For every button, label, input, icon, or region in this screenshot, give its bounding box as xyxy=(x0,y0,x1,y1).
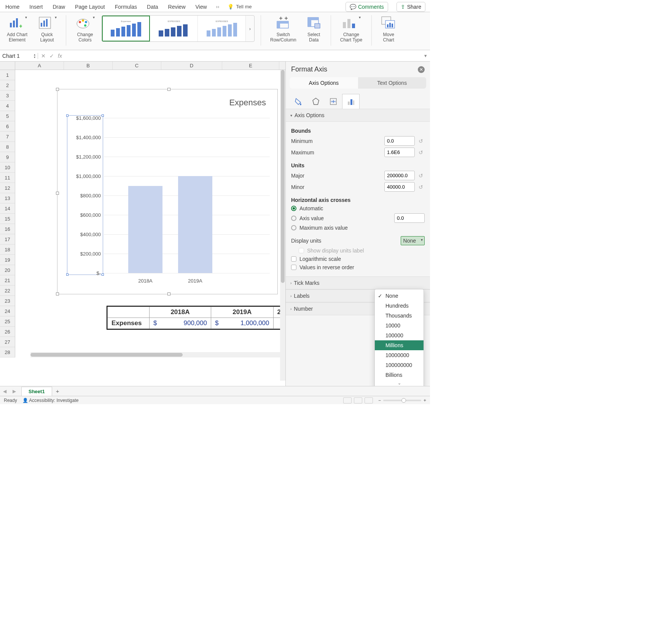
horizontal-scrollbar[interactable] xyxy=(30,352,285,357)
tab-view[interactable]: View xyxy=(195,2,208,11)
worksheet-area[interactable]: A B C D E 123456789101112131415161718192… xyxy=(0,62,285,386)
row-header[interactable]: 5 xyxy=(0,111,15,121)
zoom-out-icon[interactable]: − xyxy=(378,398,381,403)
gallery-next-icon[interactable]: › xyxy=(246,16,254,41)
view-page-layout-icon[interactable] xyxy=(354,397,362,403)
dropdown-option[interactable]: 10000 xyxy=(375,321,424,330)
share-button[interactable]: ⇪ Share xyxy=(397,2,425,12)
row-header[interactable]: 11 xyxy=(0,173,15,183)
maximum-input[interactable] xyxy=(384,148,415,157)
name-box-stepper-icon[interactable]: ▴▾ xyxy=(34,53,35,59)
row-header[interactable]: 15 xyxy=(0,214,15,224)
tab-home[interactable]: Home xyxy=(5,2,20,11)
select-data-button[interactable]: Select Data xyxy=(303,15,325,43)
row-header[interactable]: 17 xyxy=(0,234,15,245)
chart-style-2[interactable]: EXPENSES xyxy=(150,16,198,41)
row-header[interactable]: 21 xyxy=(0,275,15,286)
switch-row-column-button[interactable]: Switch Row/Column xyxy=(267,15,299,43)
row-header[interactable]: 6 xyxy=(0,121,15,132)
change-chart-type-button[interactable]: ▾ Change Chart Type xyxy=(337,15,365,43)
row-header[interactable]: 7 xyxy=(0,132,15,142)
tab-review[interactable]: Review xyxy=(167,2,186,11)
axis-value-input[interactable] xyxy=(394,213,425,223)
dropdown-option[interactable]: Millions xyxy=(375,340,424,350)
cells-area[interactable]: Expenses $1,600,000$1,400,000$1,200,000$… xyxy=(15,70,285,357)
view-normal-icon[interactable] xyxy=(343,397,352,403)
cell-value-2018[interactable]: 900,000 xyxy=(161,318,211,329)
dropdown-option[interactable]: Thousands xyxy=(375,311,424,321)
section-axis-options[interactable]: ▾ Axis Options xyxy=(286,109,430,122)
fx-icon[interactable]: fx xyxy=(58,53,62,59)
col-header-e[interactable]: E xyxy=(222,62,279,70)
plot-area[interactable]: $1,600,000$1,400,000$1,200,000$1,000,000… xyxy=(104,118,270,273)
row-header[interactable]: 19 xyxy=(0,255,15,265)
row-header[interactable]: 3 xyxy=(0,91,15,101)
more-tabs-icon[interactable]: ›› xyxy=(216,4,220,10)
resize-handle[interactable] xyxy=(167,292,170,295)
row-header[interactable]: 28 xyxy=(0,347,15,357)
dropdown-option[interactable]: 100000 xyxy=(375,330,424,340)
chart-style-3[interactable]: EXPENSES xyxy=(198,16,246,41)
row-header[interactable]: 27 xyxy=(0,337,15,347)
table-header-empty[interactable] xyxy=(108,307,150,318)
select-all-corner[interactable] xyxy=(0,62,15,70)
cell-value-2019[interactable]: 1,000,000 xyxy=(222,318,273,329)
add-chart-element-button[interactable]: + ▾ Add Chart Element xyxy=(4,15,30,43)
display-units-select[interactable]: None xyxy=(401,236,425,245)
log-scale-checkbox[interactable]: Logarithmic scale xyxy=(291,256,425,262)
dropdown-option[interactable]: 10000000 xyxy=(375,350,424,360)
row-header[interactable]: 12 xyxy=(0,183,15,193)
reset-icon[interactable]: ↺ xyxy=(417,183,425,191)
quick-layout-button[interactable]: ▾ Quick Layout xyxy=(34,15,60,43)
section-tick-marks[interactable]: › Tick Marks xyxy=(286,276,430,289)
row-header[interactable]: 20 xyxy=(0,265,15,275)
col-header-d[interactable]: D xyxy=(161,62,222,70)
row-header[interactable]: 1 xyxy=(0,70,15,80)
enter-icon[interactable]: ✓ xyxy=(49,53,54,59)
resize-handle[interactable] xyxy=(56,192,59,195)
row-header[interactable]: 24 xyxy=(0,306,15,316)
col-header-b[interactable]: B xyxy=(64,62,113,70)
minor-input[interactable] xyxy=(384,182,415,192)
view-page-break-icon[interactable] xyxy=(365,397,373,403)
row-header[interactable]: 2 xyxy=(0,80,15,91)
tab-data[interactable]: Data xyxy=(146,2,159,11)
cell-currency[interactable]: $ xyxy=(150,318,161,329)
sheet-nav-prev-icon[interactable]: ◀ xyxy=(0,389,10,394)
row-header[interactable]: 14 xyxy=(0,203,15,214)
reset-icon[interactable]: ↺ xyxy=(417,172,425,179)
minimum-input[interactable] xyxy=(384,136,415,146)
table-header-2018a[interactable]: 2018A xyxy=(150,307,211,318)
dropdown-option[interactable]: Billions xyxy=(375,370,424,380)
accessibility-status[interactable]: 👤 Accessibility: Investigate xyxy=(22,398,79,403)
resize-handle[interactable] xyxy=(56,292,59,295)
dropdown-option[interactable]: None xyxy=(375,291,424,301)
col-header-a[interactable]: A xyxy=(15,62,64,70)
resize-handle[interactable] xyxy=(167,88,170,91)
reset-icon[interactable]: ↺ xyxy=(417,149,425,156)
chart-bar[interactable] xyxy=(178,176,212,273)
row-header[interactable]: 4 xyxy=(0,101,15,111)
comments-button[interactable]: 💬 Comments xyxy=(346,2,388,12)
tab-page-layout[interactable]: Page Layout xyxy=(74,2,106,11)
col-header-c[interactable]: C xyxy=(113,62,161,70)
tell-me-search[interactable]: 💡 Tell me xyxy=(228,4,252,10)
dropdown-option[interactable]: Hundreds xyxy=(375,301,424,311)
row-header[interactable]: 9 xyxy=(0,152,15,162)
radio-axis-value[interactable]: Axis value xyxy=(291,213,425,223)
add-sheet-icon[interactable]: + xyxy=(52,388,63,394)
fill-line-tab-icon[interactable] xyxy=(290,94,307,109)
table-row-label[interactable]: Expenses xyxy=(108,318,150,329)
dropdown-more-icon[interactable]: ⌄ xyxy=(375,380,424,386)
reverse-order-checkbox[interactable]: Values in reverse order xyxy=(291,264,425,270)
row-header[interactable]: 25 xyxy=(0,316,15,327)
effects-tab-icon[interactable] xyxy=(307,94,325,109)
table-header-2019a[interactable]: 2019A xyxy=(211,307,273,318)
sheet-nav-next-icon[interactable]: ▶ xyxy=(10,389,19,394)
row-header[interactable]: 26 xyxy=(0,327,15,337)
tab-draw[interactable]: Draw xyxy=(52,2,66,11)
formula-expand-icon[interactable]: ▾ xyxy=(421,53,430,59)
zoom-slider[interactable]: − + xyxy=(378,398,426,403)
zoom-in-icon[interactable]: + xyxy=(424,398,426,403)
dropdown-option[interactable]: 100000000 xyxy=(375,360,424,370)
